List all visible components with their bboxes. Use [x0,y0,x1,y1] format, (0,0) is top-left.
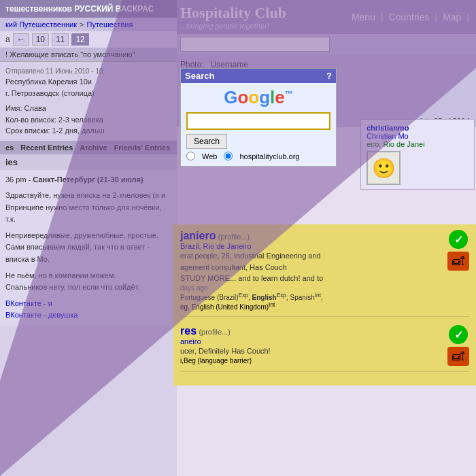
user-avatar: 🙂 [367,151,401,185]
rb-section-title: ies [0,154,177,170]
member-profile-link-1[interactable]: (profile...) [199,328,230,336]
hc-members-area: janiero (profile...) Brazil, Rio de Jane… [173,224,476,386]
member-name-1: res (profile...) [180,325,442,337]
couch-icon-1: 🛋 [447,347,469,366]
hc-search-input[interactable] [180,37,330,52]
rb-post-body8: Спальников нету, пол если что сойдёт. [5,282,171,294]
christianmo-location: eiro, Rio de Janei [367,140,469,148]
member-name: janiero (profile...) [180,230,442,242]
rb-msg-name: Имя: Слава [5,103,171,114]
member-entry: janiero (profile...) Brazil, Rio de Jane… [180,230,469,317]
google-radio-site[interactable] [224,152,233,160]
rb-post-link2[interactable]: ВКонтакте - девушка [5,311,78,319]
rb-nav-archive[interactable]: Archive [80,143,107,152]
russian-backpacker-panel: тешественников РУССКИЙ ВАСКРАС кий Путеш… [0,0,177,476]
hc-subtitle: ...bringing people together! [180,22,286,30]
google-widget-header: Search ? [181,69,336,83]
member-time-0: days ago [180,284,442,292]
rb-nav-recent[interactable]: Recent Entries [20,143,73,152]
rb-post-body2: Впринципе нужно место только для ночёвки… [5,202,171,226]
rb-page-12[interactable]: 12 [71,33,88,46]
check-icon-1: ✓ [449,325,468,344]
hc-title-block: Hospitality Club ...bringing people toge… [180,4,286,30]
christianmo-fullname: Christian Mo [367,132,469,140]
member-name-res[interactable]: res [180,325,197,337]
hc-nav: Menu | Countries | Map | [352,12,469,22]
rb-message: Отправлено 11 Июнь 2010 - 10: Республика… [0,62,177,141]
google-widget-help[interactable]: ? [326,71,332,81]
rb-msg-duration: Срок вписки: 1-2 дня, дальш [5,125,171,137]
member-info-1: res (profile...) aneiro ucer, Definitely… [180,325,442,366]
rb-nav-friends[interactable]: Friends' Entries [114,143,171,152]
rb-post-body5: Сами вписываем людей, так что в ответ - … [5,241,171,265]
hc-title: Hospitality Club [180,4,286,22]
member-name-janiero[interactable]: janiero [180,230,216,241]
rb-post-time-city: 36 pm - Санкт-Петербург (21-30 июля) [5,174,171,186]
rb-banner: ! Желающие вписать "по умолчанию" [0,48,177,62]
google-radio-site-label: hospitalityclub.org [239,152,299,160]
rb-breadcrumb: кий Путешественник > Путешествия [0,18,177,31]
rb-post-time: 36 pm - [5,175,33,184]
rb-nav-es[interactable]: es [5,143,14,152]
rb-header-title: тешественников РУССКИЙ ВАСКРАС [5,4,154,14]
hc-search-area [173,34,476,54]
google-radio-web[interactable] [186,152,195,160]
member-location-1: aneiro [180,337,442,345]
google-search-widget: Search ? Google™ Search Web hospitalityc… [180,68,337,167]
rb-post-body1: Здраствуйте, нужна вписка на 2-хчеловек … [5,190,171,202]
google-logo: Google™ [186,87,330,108]
rb-breadcrumb-home[interactable]: кий Путешественник [5,20,77,29]
rb-post-link1[interactable]: ВКонтакте - я [5,299,52,307]
rb-pagination-left[interactable]: ← [13,33,29,46]
rb-msg-loc1: Республика Карелия 10и [5,76,171,88]
hc-nav-countries[interactable]: Countries [389,12,430,22]
rb-header: тешественников РУССКИЙ ВАСКРАС [0,0,177,18]
rb-banner-text: ! Желающие вписать "по умолчанию" [5,50,135,58]
rb-msg-loc2: г. Петрозаводск (столица) [5,88,171,99]
christianmo-panel: christianmo Christian Mo eiro, Rio de Ja… [360,119,475,190]
rb-pagination-arrow: а [5,35,10,44]
rb-msg-count: Кол-во вписок: 2-3 человека [5,114,171,126]
member-location-0: Brazil, Rio de Janeiro [180,242,442,250]
rb-page-11[interactable]: 11 [52,33,69,46]
google-search-button[interactable]: Search [186,134,227,149]
rb-breadcrumb-section[interactable]: Путешествия [86,20,133,29]
member-details-0: eral people, 26, Industrial Engineering … [180,250,442,284]
hc-header: Hospitality Club ...bringing people toge… [173,0,476,34]
google-radio-web-label: Web [202,152,217,160]
member-details-1: ucer, Definitely Has Couch! [180,345,442,357]
member-languages-0: Portuguese (Brazil)Exp, EnglishExp, Span… [180,292,442,311]
hc-nav-map[interactable]: Map [443,12,461,22]
rb-post: 36 pm - Санкт-Петербург (21-30 июля) Здр… [0,170,177,326]
hc-nav-menu[interactable]: Menu [352,12,375,22]
google-search-input[interactable] [186,112,330,130]
member-profile-link-0[interactable]: (profile...) [218,233,250,241]
rb-post-body4: Непривередливые, дружелюбные, простые. [5,230,171,242]
member-languages-1: i,Beg (language barrier) [180,357,442,364]
google-widget-title: Search [185,71,214,81]
christianmo-username[interactable]: christianmo [367,124,469,132]
member-icons-0: ✓ 🛋 [447,230,469,311]
rb-post-body7: Не пьём, но в компании можем. [5,270,171,282]
rb-nav-links: es Recent Entries Archive Friends' Entri… [0,141,177,154]
member-info: janiero (profile...) Brazil, Rio de Jane… [180,230,442,311]
rb-pagination: а ← 10 11 12 [0,31,177,48]
couch-icon-0: 🛋 [447,252,469,271]
rb-msg-date: Отправлено 11 Июнь 2010 - 10: [5,66,171,76]
rb-page-10[interactable]: 10 [32,33,49,46]
check-icon-0: ✓ [449,230,468,249]
member-entry-1: res (profile...) aneiro ucer, Definitely… [180,325,469,372]
member-icons-1: ✓ 🛋 [447,325,469,366]
rb-post-city: Санкт-Петербург (21-30 июля) [33,175,143,184]
google-radio-area: Web hospitalityclub.org [186,152,330,160]
